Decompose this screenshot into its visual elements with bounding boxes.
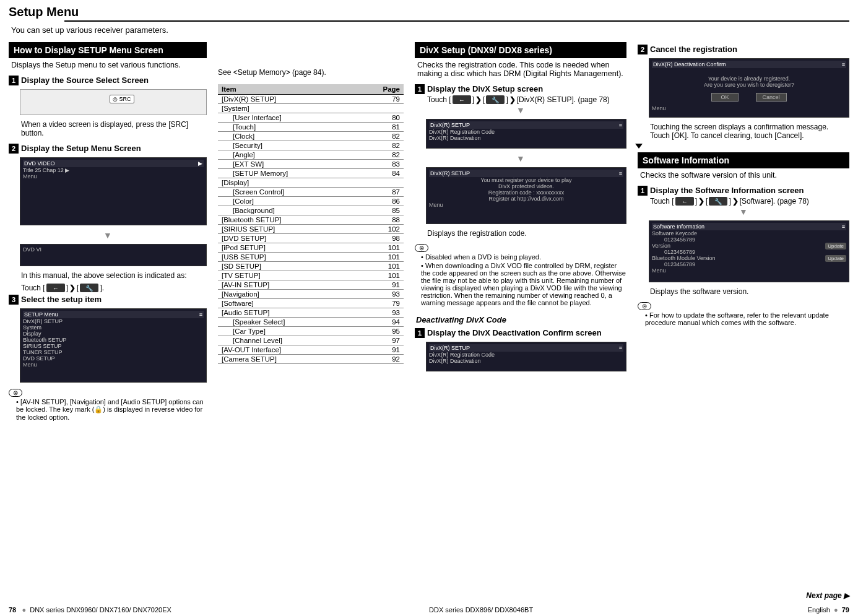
tool-icon[interactable]: 🔧 (709, 197, 727, 206)
reg-code-text: Displays the registration code. (415, 228, 626, 241)
dvd-sub: Title 25 Chap 12 ▶ (23, 167, 204, 173)
list-item[interactable]: Display (23, 331, 204, 337)
column-4: 2 Cancel the registration DivX(R) Deacti… (638, 42, 849, 423)
footer-left-text: DNX series DNX9960/ DNX7160/ DNX7020EX (30, 606, 171, 614)
si-step-num-1: 1 (638, 186, 648, 196)
software-info-header: Software Information (638, 152, 849, 168)
column-3: DivX Setup (DNX9/ DDX8 series) Checks th… (415, 42, 626, 423)
back-icon[interactable]: ← (453, 95, 471, 104)
tool-icon[interactable]: 🔧 (486, 95, 505, 104)
software-info-screen: Software Information≡ Software Keycode 0… (649, 220, 849, 282)
step-num-3: 3 (9, 295, 19, 305)
table-row: [DVD SETUP]98 (218, 234, 404, 243)
step-1: 1 Display the Source Select Screen (9, 73, 207, 87)
reg-code-row[interactable]: DivX(R) Registration Code (429, 129, 623, 135)
table-row: [iPod SETUP]101 (218, 243, 404, 253)
table-row: [System] (218, 104, 404, 113)
note-1: • [AV-IN SETUP], [Navigation] and [Audio… (9, 398, 207, 423)
update-button[interactable]: Update (825, 243, 846, 249)
arrow-down-icon: ▼ (9, 229, 207, 241)
cancel-step-2: 2 Cancel the registration (638, 42, 849, 56)
table-row: [Bluetooth SETUP]88 (218, 215, 404, 225)
ok-button[interactable]: OK (711, 93, 738, 102)
divx-sub: Checks the registration code. This code … (415, 61, 626, 82)
back-icon[interactable]: ← (675, 197, 694, 206)
table-row: [AV-IN SETUP]91 (218, 280, 404, 290)
deactivation-row[interactable]: DivX(R) Deactivation (429, 135, 623, 141)
step-3-label: Select the setup item (21, 295, 102, 304)
tool-icon[interactable]: 🔧 (80, 284, 98, 292)
dvd-title: DVD VIDEO (24, 160, 55, 167)
deact-step-num-1: 1 (415, 328, 425, 338)
src-button[interactable]: ◎ SRC (110, 95, 134, 103)
setup-menu-screen: SETUP Menu≡ DivX(R) SETUPSystemDisplayBl… (20, 308, 207, 383)
table-row: [Angle]82 (218, 150, 404, 160)
table-row: [Screen Control]87 (218, 188, 404, 197)
deactivation-row[interactable]: DivX(R) Deactivation (429, 358, 623, 364)
step-2: 2 Display the Setup Menu Screen (9, 141, 207, 155)
si-note: • For how to update the software, refer … (638, 311, 849, 329)
note-item: When downloading a DivX VOD file control… (421, 262, 626, 308)
divx-header: DivX Setup (DNX9/ DDX8 series) (415, 42, 626, 58)
next-page: Next page ▶ (806, 591, 849, 600)
list-item[interactable]: TUNER SETUP (23, 349, 204, 355)
th-page: Page (379, 84, 404, 95)
arrow-down-icon: ▼ (638, 206, 849, 218)
table-row: [User Interface]80 (218, 113, 404, 123)
update-button[interactable]: Update (825, 255, 846, 262)
table-row: [Color]86 (218, 197, 404, 206)
page-num-right: 79 (842, 606, 849, 614)
list-item[interactable]: SIRIUS SETUP (23, 343, 204, 349)
table-row: [Car Type]95 (218, 327, 404, 336)
divx-step-1-label: Display the DivX Setup screen (427, 84, 543, 93)
reg-code-row[interactable]: DivX(R) Registration Code (429, 352, 623, 358)
deactivation-confirm-screen: DivX(R) Deactivation Confirm≡ Your devic… (649, 58, 849, 118)
divx-setup-screen-2: DivX(R) SETUP≡ You must register your de… (426, 167, 626, 224)
see-text: See <Setup Memory> (page 84). (218, 68, 404, 80)
table-row: [Background]85 (218, 206, 404, 215)
table-row: [AV-OUT Interface]91 (218, 345, 404, 355)
source-select-panel: ◎ SRC (20, 89, 207, 115)
step-3: 3 Select the setup item (9, 292, 207, 306)
back-icon[interactable]: ← (46, 284, 65, 292)
table-row: [Speaker Select]94 (218, 318, 404, 327)
note-icon: ⊜ (9, 389, 22, 397)
divx-touch: Touch [←] ❯ [🔧] ❯ [DivX(R) SETUP]. (page… (415, 95, 626, 104)
cancel-button[interactable]: Cancel (756, 93, 787, 102)
step-num-2: 2 (9, 144, 19, 154)
list-item[interactable]: Bluetooth SETUP (23, 337, 204, 343)
th-item: Item (218, 84, 379, 95)
software-info-sub: Checks the software version of this unit… (638, 171, 849, 183)
column-2: See <Setup Memory> (page 84). Item Page … (218, 42, 404, 423)
list-item[interactable]: System (23, 324, 204, 331)
page-title: Setup Menu (0, 0, 858, 20)
note-icon: ⊜ (415, 244, 428, 252)
note-item: Disabled when a DVD is being played. (421, 253, 626, 262)
cancel-body: Touching the screen displays a confirmat… (638, 121, 849, 144)
table-row: [EXT SW]83 (218, 160, 404, 169)
table-row: [Touch]81 (218, 123, 404, 132)
cancel-step-2-label: Cancel the registration (650, 45, 737, 54)
list-item[interactable]: DivX(R) SETUP (23, 318, 204, 324)
si-step-1-label: Display the Software Information screen (650, 186, 804, 195)
dvd-video-screen: DVD VIDEO▶ Title 25 Chap 12 ▶ Menu (20, 157, 207, 225)
table-row: [Channel Level]97 (218, 336, 404, 345)
divx-notes: Disabled when a DVD is being played.When… (415, 253, 626, 308)
si-display-text: Displays the software version. (638, 286, 849, 300)
divx-setup-screen-3: DivX(R) SETUP≡ DivX(R) Registration Code… (426, 342, 626, 371)
divx-setup-screen-1: DivX(R) SETUP≡ DivX(R) Registration Code… (426, 119, 626, 149)
si-step-1: 1 Display the Software Information scree… (638, 183, 849, 197)
cancel-step-num-2: 2 (638, 45, 648, 54)
list-item[interactable]: DVD SETUP (23, 355, 204, 362)
table-row: [USB SETUP]101 (218, 253, 404, 262)
how-to-sub: Displays the Setup menu to set various f… (9, 61, 207, 73)
table-row: [Audio SETUP]93 (218, 308, 404, 318)
dvd-vi-bar: DVD VI (20, 244, 207, 266)
table-row: [SD SETUP]101 (218, 262, 404, 271)
note-icon: ⊜ (638, 302, 651, 310)
step-2-body1: In this manual, the above selection is i… (9, 270, 207, 284)
step-2-touch: Touch [←] ❯ [🔧]. (9, 284, 207, 292)
table-row: [DivX(R) SETUP]79 (218, 95, 404, 104)
table-row: [TV SETUP]101 (218, 271, 404, 280)
page-num-left: 78 (9, 606, 16, 614)
